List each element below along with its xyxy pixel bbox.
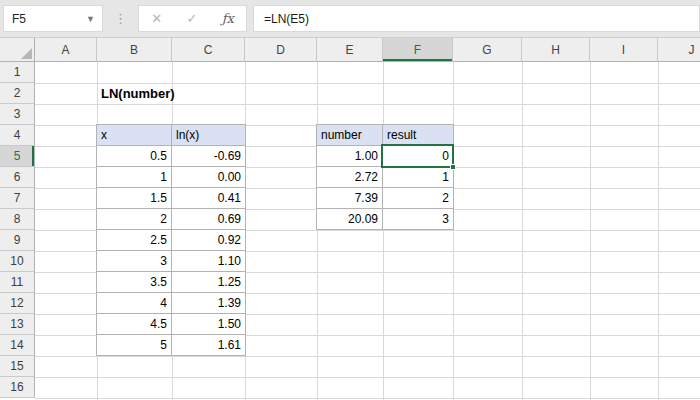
table-row: 0.5-0.69 [97,146,246,167]
table-row: 1.50.41 [97,188,246,209]
gridline-vertical [453,62,454,400]
table-row: 41.39 [97,293,246,314]
row-header-16[interactable]: 16 [0,377,35,398]
column-header-H[interactable]: H [522,38,590,62]
row-header-7[interactable]: 7 [0,188,35,209]
formula-input[interactable]: =LN(E5) [253,5,700,32]
table-header-cell[interactable]: x [97,125,172,146]
table-row: 2.721 [317,167,454,188]
cell[interactable]: 0.69 [172,209,246,230]
table-row: 20.093 [317,209,454,230]
table-row: 7.392 [317,188,454,209]
column-header-A[interactable]: A [35,38,97,62]
cell[interactable]: 1 [97,167,172,188]
column-header-F[interactable]: F [383,38,453,62]
gridline-vertical [317,62,318,400]
chevron-down-icon[interactable]: ▼ [86,14,102,24]
cell[interactable]: 1.61 [172,335,246,356]
table-row: 2.50.92 [97,230,246,251]
gridline-horizontal [35,398,700,399]
gridline-vertical [658,62,659,400]
name-box[interactable]: F5 ▼ [3,5,103,32]
column-header-D[interactable]: D [245,38,317,62]
cell[interactable]: 2 [383,188,454,209]
cell[interactable]: 0.41 [172,188,246,209]
cell[interactable]: 0.92 [172,230,246,251]
formula-buttons: ✕ ✓ ƒx [138,5,247,32]
name-box-value: F5 [12,12,26,26]
gridline-vertical [590,62,591,400]
cell[interactable]: 1.10 [172,251,246,272]
row-header-1[interactable]: 1 [0,62,35,83]
enter-icon[interactable]: ✓ [186,12,197,25]
fill-handle[interactable] [450,164,456,170]
insert-function-icon[interactable]: ƒx [222,12,234,25]
table-row: 51.61 [97,335,246,356]
cell[interactable]: 1.50 [172,314,246,335]
column-header-B[interactable]: B [97,38,172,62]
column-header-J[interactable]: J [658,38,700,62]
column-header-G[interactable]: G [453,38,522,62]
cell[interactable]: 3.5 [97,272,172,293]
ln-table: xln(x)0.5-0.6910.001.50.4120.692.50.9231… [96,124,246,356]
row-header-2[interactable]: 2 [0,83,35,104]
row-header-11[interactable]: 11 [0,272,35,293]
cell[interactable]: 1.25 [172,272,246,293]
sheet-title: LN(number) [101,83,175,104]
column-header-E[interactable]: E [317,38,383,62]
cell[interactable]: 5 [97,335,172,356]
gridline-horizontal [35,104,700,105]
table-row: 31.10 [97,251,246,272]
row-header-9[interactable]: 9 [0,230,35,251]
table-row: 20.69 [97,209,246,230]
row-header-6[interactable]: 6 [0,167,35,188]
gridline-vertical [383,62,384,400]
row-header-10[interactable]: 10 [0,251,35,272]
cell[interactable]: 0.5 [97,146,172,167]
example-table: numberresult1.0002.7217.39220.093 [316,124,454,230]
row-header-4[interactable]: 4 [0,125,35,146]
cell[interactable]: 20.09 [317,209,383,230]
selected-cell-outline[interactable] [381,144,454,168]
row-header-13[interactable]: 13 [0,314,35,335]
formula-bar-strip: F5 ▼ ⋮ ✕ ✓ ƒx =LN(E5) [0,0,700,38]
select-all-triangle-icon [21,48,32,59]
gridline-horizontal [35,377,700,378]
row-header-8[interactable]: 8 [0,209,35,230]
table-row: 3.51.25 [97,272,246,293]
table-row: 4.51.50 [97,314,246,335]
column-header-I[interactable]: I [590,38,658,62]
cell[interactable]: 2.72 [317,167,383,188]
column-header-C[interactable]: C [172,38,245,62]
grip-dots-icon: ⋮ [114,5,127,32]
select-all-corner[interactable] [0,38,35,62]
cell[interactable]: 7.39 [317,188,383,209]
cell[interactable]: 1 [383,167,454,188]
cell[interactable]: 2 [97,209,172,230]
cell[interactable]: 3 [383,209,454,230]
row-header-15[interactable]: 15 [0,356,35,377]
cell[interactable]: 4 [97,293,172,314]
cell[interactable]: 1.00 [317,146,383,167]
cell[interactable]: 4.5 [97,314,172,335]
row-header-5[interactable]: 5 [0,146,35,167]
gridline-horizontal [35,356,700,357]
row-header-12[interactable]: 12 [0,293,35,314]
cell[interactable]: 3 [97,251,172,272]
gridline-vertical [522,62,523,400]
table-header-cell[interactable]: number [317,125,383,146]
table-row: 10.00 [97,167,246,188]
cell[interactable]: 1.5 [97,188,172,209]
table-header-cell[interactable]: ln(x) [172,125,246,146]
cell[interactable]: -0.69 [172,146,246,167]
row-header-3[interactable]: 3 [0,104,35,125]
cell[interactable]: 0.00 [172,167,246,188]
row-header-14[interactable]: 14 [0,335,35,356]
cell[interactable]: 1.39 [172,293,246,314]
cell[interactable]: 2.5 [97,230,172,251]
cancel-icon[interactable]: ✕ [151,12,162,25]
table-header-cell[interactable]: result [383,125,454,146]
spreadsheet-app: F5 ▼ ⋮ ✕ ✓ ƒx =LN(E5) ABCDEFGHIJ 1234567… [0,0,700,400]
